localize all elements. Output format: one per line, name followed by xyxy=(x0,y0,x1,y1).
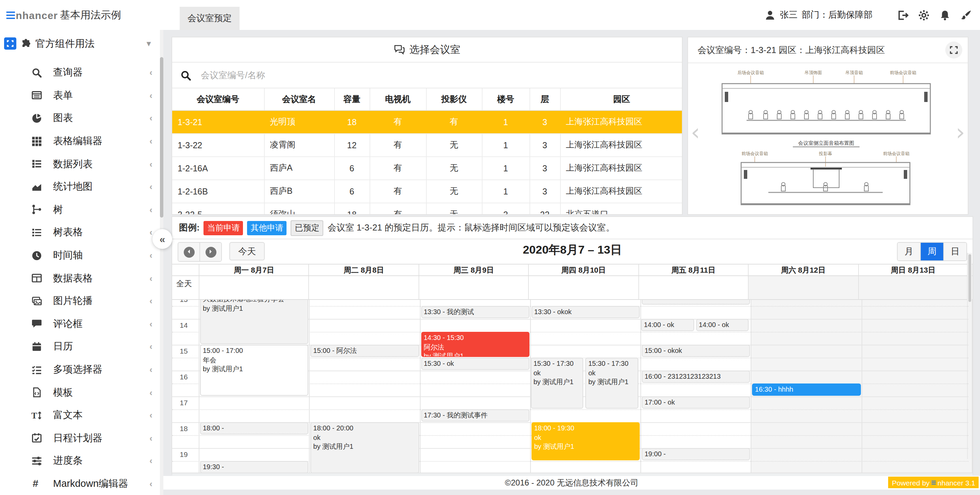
view-button-月[interactable]: 月 xyxy=(898,243,920,260)
bell-icon[interactable] xyxy=(939,9,951,21)
day-column-周三 8月9日[interactable]: 13:30 - 我的测试by 测试用户114:30 - 15:30阿尔法by 测… xyxy=(420,300,531,473)
calendar-event[interactable]: 15:00 - 阿尔法by 测试用户1 xyxy=(311,345,419,357)
sidebar-item-评论框[interactable]: 评论框‹ xyxy=(0,313,163,335)
enhancer-logo[interactable]: ≡nhancer xyxy=(5,0,58,30)
carousel-prev-icon[interactable]: ‹ xyxy=(691,122,700,142)
sidebar-item-进度条[interactable]: 进度条‹ xyxy=(0,449,163,472)
calendar-event[interactable]: 15:00 - 17:00年会by 测试用户1 xyxy=(200,345,309,396)
sidebar-item-日历[interactable]: 日历‹ xyxy=(0,335,163,358)
room-row-3-22-5[interactable]: 3-22-5须弥山18有无322北京五道口 xyxy=(172,203,682,215)
sidebar-item-富文本[interactable]: T富文本‹ xyxy=(0,404,163,427)
allday-cell[interactable] xyxy=(639,276,749,299)
allday-cell[interactable] xyxy=(309,276,419,299)
logout-icon[interactable] xyxy=(897,9,908,21)
chevron-left-icon: ‹ xyxy=(150,159,153,169)
calendar-event[interactable]: 18:00 - by 测试用户1 xyxy=(200,422,309,435)
powered-by-badge[interactable]: Powered by ≡ nhancer 3.1 xyxy=(888,477,978,488)
calendar-event[interactable]: by 测试用户1 xyxy=(642,300,750,305)
room-row-1-2-16B[interactable]: 1-2-16B西庐B6有无13上海张江高科技园区 xyxy=(172,180,682,203)
calendar-event[interactable]: 17:00 - okby 测试用户1 xyxy=(642,397,750,409)
calendar-scrollbar-thumb[interactable] xyxy=(969,254,971,302)
sidebar-item-图表[interactable]: 图表‹ xyxy=(0,107,163,130)
day-column-周一 8月7日[interactable]: 大数据技术落地经验分享会by 测试用户115:00 - 17:00年会by 测试… xyxy=(199,300,310,473)
sidebar-item-数据表格[interactable]: 数据表格‹ xyxy=(0,267,163,290)
carousel-next-icon[interactable]: › xyxy=(956,122,965,142)
calendar-event[interactable]: 14:00 - okby 测试用户 xyxy=(696,319,749,331)
calendar-event[interactable]: 14:00 - okby 测试用户 xyxy=(641,319,694,331)
calendar-event[interactable]: 14:30 - 15:30阿尔法by 测试用户1 xyxy=(421,332,530,357)
calendar-scrollbar[interactable] xyxy=(967,253,972,459)
sidebar-item-模板[interactable]: 模板‹ xyxy=(0,381,163,404)
calendar-event[interactable]: 15:30 - 17:30okby 测试用户1 xyxy=(585,358,638,409)
calendar-event[interactable]: 16:00 - 23123123123213by 测试用户1 xyxy=(642,371,750,383)
calendar-event[interactable]: 大数据技术落地经验分享会by 测试用户1 xyxy=(200,300,309,344)
chevron-left-icon: ‹ xyxy=(150,182,153,192)
allday-cell[interactable] xyxy=(199,276,309,299)
allday-cell[interactable] xyxy=(749,276,859,299)
calendar-event[interactable]: 13:30 - okokby 测试用户1 xyxy=(531,306,640,318)
sidebar-item-Markdown编辑器[interactable]: #Markdown编辑器‹ xyxy=(0,472,163,495)
calendar-event[interactable]: 15:00 - okokby 测试用户1 xyxy=(642,345,750,357)
calendar-event[interactable]: 16:30 - hhhhby 测试用户1 xyxy=(752,384,861,396)
allday-cell[interactable] xyxy=(529,276,639,299)
brush-icon[interactable] xyxy=(960,9,972,21)
calendar-event[interactable]: 15:30 - okby 测试用户1 xyxy=(421,358,530,370)
gear-icon[interactable] xyxy=(918,9,930,21)
fullscreen-button[interactable] xyxy=(945,41,962,59)
sidebar-item-统计地图[interactable]: 统计地图‹ xyxy=(0,175,163,198)
cell: 18 xyxy=(334,203,369,215)
calendar-event[interactable]: 17:30 - 我的测试事件by 测试用户1 xyxy=(421,409,530,422)
axis-hour-label: 14 xyxy=(172,321,195,329)
chevron-left-icon: ‹ xyxy=(150,250,153,260)
richtext-icon: T xyxy=(31,410,42,420)
search-icon xyxy=(31,67,42,78)
calendar-event[interactable]: 19:00 - by 测试用户1 xyxy=(642,448,750,460)
day-column-周二 8月8日[interactable]: 15:00 - 阿尔法by 测试用户118:00 - 20:00okby 测试用… xyxy=(310,300,421,473)
sidebar-item-查询器[interactable]: 查询器‹ xyxy=(0,61,163,84)
view-button-周[interactable]: 周 xyxy=(920,243,943,260)
user-info[interactable]: 张三 部门：后勤保障部 xyxy=(764,9,872,21)
sidebar-item-树表格[interactable]: 树表格‹ xyxy=(0,221,163,244)
time-grid[interactable]: 13141516171819 大数据技术落地经验分享会by 测试用户115:00… xyxy=(172,300,972,473)
calendar-event[interactable]: 19:30 - by 测试用户1 xyxy=(200,461,309,473)
calendar-event[interactable]: 13:30 - 我的测试by 测试用户1 xyxy=(421,306,530,318)
allday-cell[interactable] xyxy=(859,276,969,299)
sidebar-item-数据列表[interactable]: 数据列表‹ xyxy=(0,153,163,175)
chevron-left-icon: ‹ xyxy=(150,113,153,124)
calendar-event[interactable]: 18:00 - 20:00okby 测试用户1 xyxy=(311,422,419,473)
view-button-日[interactable]: 日 xyxy=(943,243,966,260)
sidebar-scrollbar[interactable] xyxy=(160,30,163,495)
calendar-event[interactable]: 15:30 - 17:30okby 测试用户1 xyxy=(531,358,584,409)
room-search-input[interactable] xyxy=(199,69,674,81)
sidebar-item-图片轮播[interactable]: 图片轮播‹ xyxy=(0,290,163,313)
sidebar-collapse-handle[interactable]: « xyxy=(153,229,172,249)
day-column-周四 8月10日[interactable]: 13:30 - okokby 测试用户115:30 - 17:30okby 测试… xyxy=(531,300,641,473)
allday-cell[interactable] xyxy=(419,276,529,299)
cell: 1 xyxy=(482,133,530,157)
clock-icon xyxy=(31,250,42,261)
room-row-1-2-16A[interactable]: 1-2-16A西庐A6有无13上海张江高科技园区 xyxy=(172,157,682,180)
sidebar-root-item[interactable]: 官方组件用法 ▼ xyxy=(0,30,163,57)
day-column-周五 8月11日[interactable]: by 测试用户114:00 - okby 测试用户14:00 - okby 测试… xyxy=(641,300,752,473)
cell: 有 xyxy=(369,111,426,133)
axis-hour-label: 18 xyxy=(172,424,195,432)
sidebar-item-表单[interactable]: 表单‹ xyxy=(0,84,163,107)
day-header-周三 8月9日: 周三 8月9日 xyxy=(419,265,529,275)
sidebar-item-树[interactable]: 树‹ xyxy=(0,198,163,221)
enhancer-logo-text: nhancer xyxy=(16,9,58,21)
room-row-1-3-22[interactable]: 1-3-22凌霄阁12有无13上海张江高科技园区 xyxy=(172,133,682,157)
day-column-周六 8月12日[interactable]: 16:30 - hhhhby 测试用户1 xyxy=(752,300,862,473)
sidebar-item-多项选择器[interactable]: 多项选择器‹ xyxy=(0,358,163,381)
room-row-1-3-21[interactable]: 1-3-21光明顶18有有13上海张江高科技园区 xyxy=(172,111,682,133)
sidebar-scrollbar-thumb[interactable] xyxy=(160,57,163,217)
sidebar-item-时间轴[interactable]: 时间轴‹ xyxy=(0,244,163,267)
tab-meeting-room-booking[interactable]: 会议室预定 xyxy=(180,7,240,30)
cell: 上海张江高科技园区 xyxy=(560,180,682,203)
header-actions: 张三 部门：后勤保障部 xyxy=(764,0,972,30)
sidebar-item-日程计划器[interactable]: 日程计划器‹ xyxy=(0,427,163,449)
cell: 1-3-21 xyxy=(172,111,264,133)
sidebar-item-表格编辑器[interactable]: 表格编辑器‹ xyxy=(0,130,163,153)
calendar-event[interactable]: 18:00 - 19:30okby 测试用户1 xyxy=(531,422,640,460)
cell: 上海张江高科技园区 xyxy=(560,111,682,133)
day-column-周日 8月13日[interactable] xyxy=(862,300,972,473)
